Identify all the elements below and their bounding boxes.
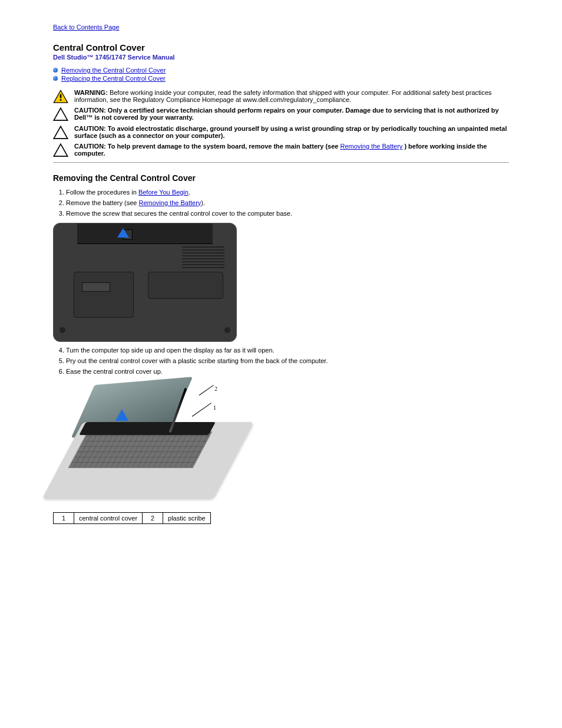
caution-icon — [53, 125, 68, 139]
caution-body-b: is not covered by your warranty. — [94, 114, 194, 121]
caution-row: CAUTION: To help prevent damage to the s… — [53, 143, 509, 157]
steps-list-1: Follow the procedures in Before You Begi… — [66, 189, 509, 217]
svg-rect-2 — [60, 99, 62, 101]
svg-marker-5 — [54, 144, 67, 156]
caution-body-a: To help prevent damage to the system boa… — [108, 143, 340, 150]
bullet-icon — [53, 76, 58, 81]
removing-battery-link[interactable]: Removing the Battery — [139, 199, 201, 206]
caution-label: CAUTION: — [74, 125, 106, 132]
warning-body: Before working inside your computer, rea… — [74, 89, 492, 103]
svg-marker-3 — [54, 108, 67, 121]
callout-num: 1 — [54, 512, 74, 523]
caution-row: CAUTION: Only a certified service techni… — [53, 107, 509, 121]
back-to-contents-link[interactable]: Back to Contents Page — [53, 24, 120, 31]
toc-link-remove[interactable]: Removing the Central Control Cover — [61, 67, 166, 74]
step-item: Pry out the central control cover with a… — [66, 357, 509, 364]
toc-item: Removing the Central Control Cover — [53, 67, 509, 74]
caution-label: CAUTION: — [74, 143, 106, 150]
arrow-up-icon — [117, 228, 129, 238]
warning-icon — [53, 89, 68, 103]
step-text: Remove the screw that secures the centra… — [66, 210, 292, 217]
callout-number-2: 2 — [214, 386, 217, 392]
caution-label: CAUTION: — [74, 107, 106, 114]
warning-row: WARNING: Before working inside your comp… — [53, 89, 509, 103]
step-text: Turn the computer top side up and open t… — [66, 347, 275, 354]
step-text: Ease the central control cover up. — [66, 368, 163, 375]
svg-marker-4 — [54, 126, 67, 139]
step-item: Follow the procedures in Before You Begi… — [66, 189, 509, 196]
caution-icon — [53, 143, 68, 157]
before-you-begin-link[interactable]: Before You Begin — [138, 189, 189, 196]
divider — [53, 162, 509, 163]
step-item: Remove the battery (see Removing the Bat… — [66, 199, 509, 206]
step-item: Turn the computer top side up and open t… — [66, 347, 509, 354]
doc-title: Dell Studio™ 1745/1747 Service Manual — [53, 54, 509, 61]
callout-label: central control cover — [74, 512, 143, 523]
step-item: Ease the central control cover up. — [66, 368, 509, 375]
caution-body: To avoid electrostatic discharge, ground… — [74, 125, 507, 139]
step-text-pre: Follow the procedures in — [66, 189, 138, 196]
section-title: Removing the Central Control Cover — [53, 173, 509, 183]
removing-battery-link[interactable]: Removing the Battery — [340, 143, 403, 150]
steps-list-2: Turn the computer top side up and open t… — [66, 347, 509, 375]
svg-rect-1 — [60, 94, 62, 98]
step-text: Pry out the central control cover with a… — [66, 357, 328, 364]
back-link-row: Back to Contents Page — [53, 24, 509, 31]
callout-number-1: 1 — [213, 404, 216, 411]
warning-label: WARNING: — [74, 89, 108, 96]
callout-table: 1 central control cover 2 plastic scribe — [53, 512, 211, 524]
laptop-bottom-illustration — [53, 223, 237, 342]
page-title: Central Control Cover — [53, 42, 509, 52]
warning-text: WARNING: Before working inside your comp… — [68, 89, 509, 103]
laptop-top-illustration: 1 2 — [53, 381, 236, 508]
caution-text: CAUTION: To help prevent damage to the s… — [68, 143, 509, 157]
figure-bottom-view — [53, 223, 509, 342]
toc-list: Removing the Central Control Cover Repla… — [53, 67, 509, 82]
step-text-pre: Remove the battery (see — [66, 199, 139, 206]
step-item: Remove the screw that secures the centra… — [66, 210, 509, 217]
figure-top-view: 1 2 — [53, 381, 509, 508]
arrow-up-icon — [115, 409, 128, 421]
bullet-icon — [53, 68, 58, 73]
step-text-post: . — [189, 189, 190, 196]
toc-item: Replacing the Central Control Cover — [53, 75, 509, 82]
toc-link-replace[interactable]: Replacing the Central Control Cover — [61, 75, 166, 82]
step-text-post: ). — [201, 199, 205, 206]
caution-row: CAUTION: To avoid electrostatic discharg… — [53, 125, 509, 139]
callout-num: 2 — [143, 512, 163, 523]
caution-text: CAUTION: Only a certified service techni… — [68, 107, 509, 121]
caution-icon — [53, 107, 68, 121]
table-row: 1 central control cover 2 plastic scribe — [54, 512, 211, 523]
callout-label: plastic scribe — [163, 512, 211, 523]
caution-text: CAUTION: To avoid electrostatic discharg… — [68, 125, 509, 139]
